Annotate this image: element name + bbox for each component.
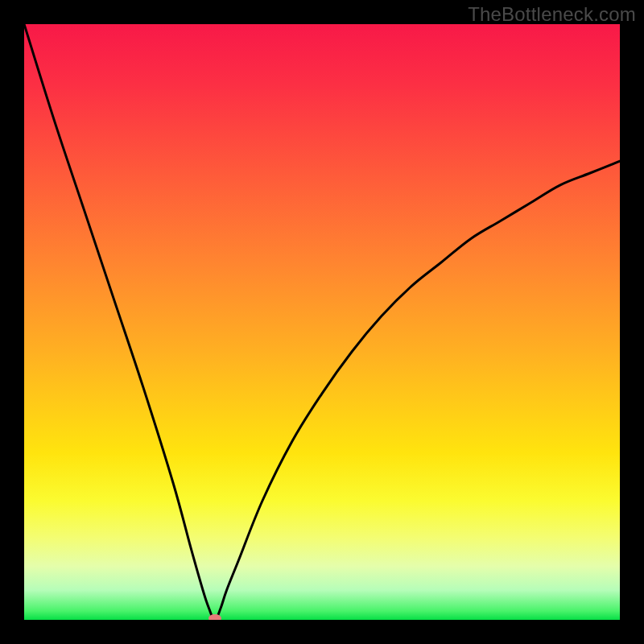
- curve-line: [24, 24, 620, 620]
- chart-frame: TheBottleneck.com: [0, 0, 644, 644]
- dip-marker: [208, 614, 221, 620]
- plot-area: [24, 24, 620, 620]
- watermark-text: TheBottleneck.com: [468, 3, 636, 26]
